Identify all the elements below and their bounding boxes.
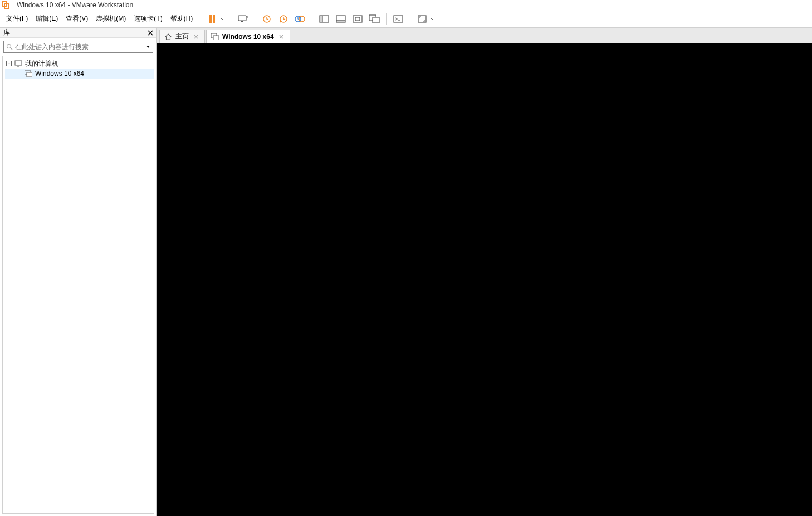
snapshot-manager-button[interactable] <box>292 11 308 27</box>
tab-vm[interactable]: Windows 10 x64 <box>206 30 290 43</box>
tab-home[interactable]: 主页 <box>159 30 205 43</box>
library-search-dropdown[interactable] <box>143 45 153 49</box>
tree-root-my-computer[interactable]: − 我的计算机 <box>5 59 154 69</box>
svg-rect-25 <box>15 61 22 65</box>
svg-point-9 <box>299 16 305 22</box>
svg-rect-30 <box>213 36 219 40</box>
toolbar-separator <box>231 13 231 25</box>
tree-expander[interactable]: − <box>6 61 12 66</box>
svg-rect-4 <box>238 16 246 21</box>
svg-rect-15 <box>336 20 345 22</box>
content-panel: 主页 Windows 10 x64 <box>157 28 812 516</box>
svg-rect-20 <box>394 16 403 22</box>
toolbar-separator <box>200 13 200 25</box>
library-search-wrap <box>0 38 156 56</box>
svg-rect-2 <box>209 15 212 23</box>
fit-guest-button[interactable] <box>350 11 365 27</box>
vm-tab-icon <box>211 33 219 41</box>
svg-rect-19 <box>373 17 379 23</box>
send-cad-button[interactable] <box>235 11 251 27</box>
fullscreen-button[interactable] <box>414 11 430 27</box>
monitor-icon <box>14 60 23 67</box>
tab-bar: 主页 Windows 10 x64 <box>157 28 812 43</box>
pause-dropdown[interactable] <box>219 17 225 21</box>
snapshot-revert-button[interactable] <box>276 11 291 27</box>
show-thumbnail-button[interactable] <box>333 11 349 27</box>
menu-edit[interactable]: 编辑(E) <box>32 12 62 26</box>
vm-icon <box>24 70 33 77</box>
library-search-box[interactable] <box>3 41 153 53</box>
svg-point-23 <box>7 45 11 48</box>
library-close-button[interactable] <box>146 29 154 37</box>
tree-root-label: 我的计算机 <box>25 59 58 69</box>
pause-button[interactable] <box>204 11 220 27</box>
menu-vm[interactable]: 虚拟机(M) <box>92 12 130 26</box>
tab-vm-label: Windows 10 x64 <box>222 33 274 41</box>
library-title: 库 <box>3 28 10 37</box>
toolbar-separator <box>312 13 312 25</box>
fullscreen-dropdown[interactable] <box>429 17 435 21</box>
title-bar: Windows 10 x64 - VMware Workstation <box>0 0 812 10</box>
app-icon <box>1 1 10 9</box>
library-header: 库 <box>0 28 156 38</box>
library-search-input[interactable] <box>15 41 143 52</box>
svg-rect-17 <box>355 17 360 21</box>
svg-rect-3 <box>213 15 215 23</box>
show-library-button[interactable] <box>316 11 332 27</box>
library-tree: − 我的计算机 Windows 10 x64 <box>2 56 154 514</box>
toolbar-separator <box>255 13 255 25</box>
menu-bar: 文件(F) 编辑(E) 查看(V) 虚拟机(M) 选项卡(T) 帮助(H) <box>0 10 812 28</box>
console-view-button[interactable] <box>390 11 406 27</box>
menu-tabs[interactable]: 选项卡(T) <box>130 12 166 26</box>
menu-view[interactable]: 查看(V) <box>62 12 92 26</box>
svg-rect-28 <box>27 72 32 77</box>
svg-rect-11 <box>320 16 322 22</box>
toolbar-separator <box>410 13 410 25</box>
snapshot-take-button[interactable] <box>259 11 275 27</box>
toolbar-separator <box>386 13 387 25</box>
tab-home-label: 主页 <box>175 32 189 41</box>
menu-help[interactable]: 帮助(H) <box>167 12 197 26</box>
search-icon <box>4 43 15 50</box>
tree-item-windows10[interactable]: Windows 10 x64 <box>5 69 154 79</box>
window-title: Windows 10 x64 - VMware Workstation <box>17 1 133 9</box>
library-panel: 库 − 我的计算机 <box>0 28 157 516</box>
svg-rect-26 <box>17 66 19 67</box>
menu-file[interactable]: 文件(F) <box>2 12 32 26</box>
tree-item-label: Windows 10 x64 <box>35 70 84 77</box>
home-icon <box>164 33 172 41</box>
svg-rect-16 <box>353 16 362 22</box>
free-stretch-button[interactable] <box>366 11 382 27</box>
svg-line-24 <box>11 48 12 50</box>
main-area: 库 − 我的计算机 <box>0 28 812 516</box>
tab-home-close[interactable] <box>192 33 200 41</box>
vm-display[interactable] <box>157 43 812 516</box>
tab-vm-close[interactable] <box>277 33 285 41</box>
svg-rect-5 <box>241 21 243 22</box>
